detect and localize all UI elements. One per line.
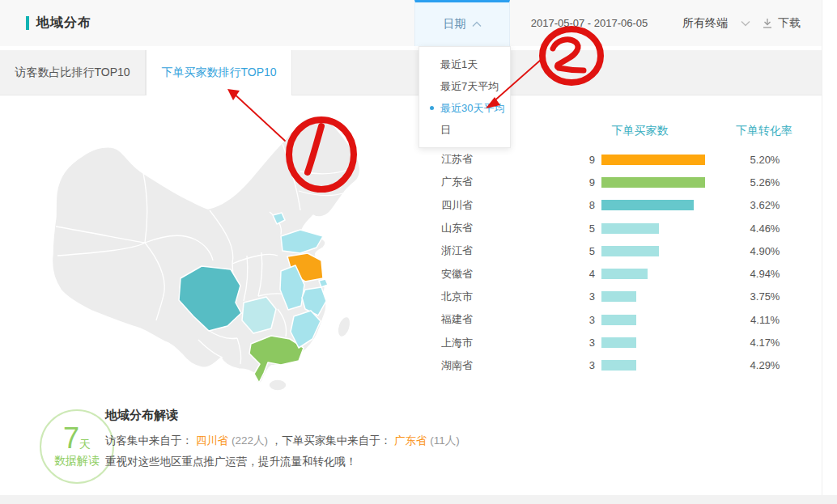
footer-bar xyxy=(0,495,837,504)
page-title: 地域分布 xyxy=(36,15,91,32)
buyer-count-bar xyxy=(601,315,715,325)
regional-distribution-panel: 地域分布 日期 2017-05-07 - 2017-06-05 所有终端 下载 … xyxy=(0,0,837,504)
buyer-count-bar xyxy=(601,360,715,371)
table-row[interactable]: 四川省83.62% xyxy=(437,194,818,217)
buyer-count-bar xyxy=(601,200,715,210)
dropdown-option-last-30-day-avg[interactable]: 最近30天平均 xyxy=(419,97,510,119)
bar-fill xyxy=(601,360,636,371)
dropdown-option-last-1-day[interactable]: 最近1天 xyxy=(419,53,510,75)
chevron-up-icon xyxy=(472,21,482,28)
row-buyer-count: 9 xyxy=(514,176,595,188)
bar-fill xyxy=(601,177,705,188)
dropdown-option-last-7-day-avg[interactable]: 最近7天平均 xyxy=(419,75,510,97)
row-buyer-count: 3 xyxy=(514,337,595,349)
download-icon xyxy=(762,18,773,29)
bar-fill xyxy=(601,223,659,234)
line1-prefix: 访客集中来自于： xyxy=(105,434,193,447)
buyer-count-bar xyxy=(601,177,715,188)
tab-order-buyers-top10[interactable]: 下单买家数排行TOP10 xyxy=(146,50,292,95)
row-conversion-rate: 4.11% xyxy=(716,314,814,326)
badge-number: 7 xyxy=(63,425,79,452)
module-title: 地域分布 xyxy=(26,0,91,46)
china-mainland xyxy=(52,116,359,383)
table-row[interactable]: 安徽省44.94% xyxy=(437,262,818,285)
row-conversion-rate: 5.26% xyxy=(716,176,814,188)
row-province-label: 四川省 xyxy=(437,198,514,213)
row-buyer-count: 4 xyxy=(514,268,595,280)
row-province-label: 湖南省 xyxy=(437,358,514,373)
tab-label: 访客数占比排行TOP10 xyxy=(15,66,130,80)
bar-fill xyxy=(601,315,636,325)
row-conversion-rate: 4.17% xyxy=(716,337,814,349)
option-label: 日 xyxy=(440,124,451,136)
seven-day-badge: 7 天 数据解读 xyxy=(40,409,114,484)
column-header-buyers: 下单买家数 xyxy=(593,124,686,138)
province-shanghai[interactable] xyxy=(319,279,328,287)
dropdown-option-day[interactable]: 日 xyxy=(419,119,510,141)
download-label: 下载 xyxy=(778,16,801,31)
row-buyer-count: 3 xyxy=(514,359,595,371)
option-label: 最近30天平均 xyxy=(440,102,504,114)
bar-fill xyxy=(601,200,694,210)
buyer-count-bar xyxy=(601,269,715,279)
row-conversion-rate: 4.94% xyxy=(716,268,814,280)
table-row[interactable]: 北京市33.75% xyxy=(437,286,818,308)
row-province-label: 浙江省 xyxy=(437,244,514,258)
date-range-text: 2017-05-07 - 2017-06-05 xyxy=(516,0,662,46)
line1-mid: ，下单买家集中来自于： xyxy=(271,434,392,447)
download-button[interactable]: 下载 xyxy=(762,0,801,46)
row-province-label: 江苏省 xyxy=(437,152,514,167)
option-label: 最近1天 xyxy=(440,58,478,70)
selected-dot xyxy=(430,106,434,110)
row-province-label: 北京市 xyxy=(437,290,514,304)
row-buyer-count: 8 xyxy=(514,199,595,211)
bar-fill xyxy=(601,155,705,165)
row-province-label: 山东省 xyxy=(437,221,514,235)
date-dropdown-menu: 最近1天 最近7天平均 最近30天平均 日 xyxy=(418,46,511,148)
buyer-province-link[interactable]: 广东省 xyxy=(394,434,427,447)
buyer-count-bar xyxy=(601,223,715,234)
row-province-label: 安徽省 xyxy=(437,267,514,282)
row-conversion-rate: 4.29% xyxy=(716,359,814,371)
row-conversion-rate: 4.90% xyxy=(716,245,814,257)
table-row[interactable]: 上海市34.17% xyxy=(437,331,818,354)
visitor-province-link[interactable]: 四川省 xyxy=(196,434,229,447)
tab-visitor-ratio-top10[interactable]: 访客数占比排行TOP10 xyxy=(0,50,146,95)
bar-fill xyxy=(601,337,636,348)
visitor-count: (222人) xyxy=(232,434,268,447)
option-label: 最近7天平均 xyxy=(440,80,499,92)
row-conversion-rate: 3.62% xyxy=(716,199,814,211)
row-conversion-rate: 3.75% xyxy=(716,290,814,303)
buyer-count-bar xyxy=(601,246,715,256)
bar-fill xyxy=(601,246,659,256)
bar-fill xyxy=(601,291,636,302)
buyer-count-bar xyxy=(601,155,715,165)
date-filter-label: 日期 xyxy=(444,17,466,32)
province-ranking-table: 江苏省95.20%广东省95.26%四川省83.62%山东省54.46%浙江省5… xyxy=(437,148,818,377)
interpretation-line2: 重视对这些地区重点推广运营，提升流量和转化哦！ xyxy=(105,455,357,469)
bar-fill xyxy=(601,269,648,279)
interpretation-title: 地域分布解读 xyxy=(105,408,178,423)
table-row[interactable]: 山东省54.46% xyxy=(437,217,818,239)
province-guangdong[interactable] xyxy=(249,336,304,383)
row-buyer-count: 5 xyxy=(514,245,595,257)
row-conversion-rate: 4.46% xyxy=(716,222,814,235)
tab-label: 下单买家数排行TOP10 xyxy=(161,66,276,80)
interpretation-line1: 访客集中来自于： 四川省 (222人) ，下单买家集中来自于： 广东省 (11人… xyxy=(105,434,460,448)
table-row[interactable]: 福建省34.11% xyxy=(437,308,818,331)
terminal-select[interactable]: 所有终端 xyxy=(682,0,750,46)
badge-unit: 天 xyxy=(79,438,91,452)
row-buyer-count: 3 xyxy=(514,290,595,303)
taiwan-island xyxy=(335,315,352,338)
buyer-count: (11人) xyxy=(430,434,460,447)
table-row[interactable]: 广东省95.26% xyxy=(437,171,818,193)
table-row[interactable]: 江苏省95.20% xyxy=(437,148,818,171)
china-map xyxy=(20,97,425,396)
row-buyer-count: 9 xyxy=(514,154,595,166)
panel-right-strip xyxy=(822,0,837,495)
hainan-island xyxy=(269,379,287,391)
table-row[interactable]: 湖南省34.29% xyxy=(437,354,818,377)
chevron-down-icon xyxy=(741,20,750,27)
date-filter-button[interactable]: 日期 xyxy=(414,0,510,46)
table-row[interactable]: 浙江省54.90% xyxy=(437,239,818,262)
